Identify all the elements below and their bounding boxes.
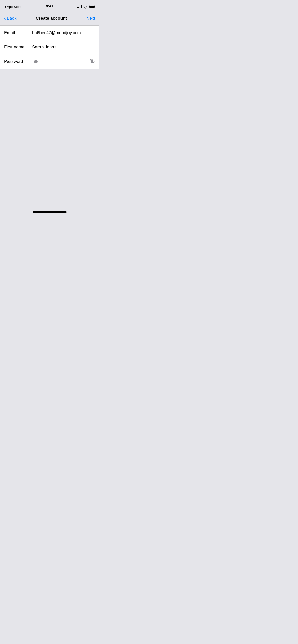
status-bar-left: ◀ App Store	[4, 5, 22, 9]
email-row[interactable]: Email ba6bec47@moodjoy.com	[0, 26, 99, 40]
password-label: Password	[4, 59, 32, 64]
wifi-icon	[83, 5, 87, 8]
email-value: ba6bec47@moodjoy.com	[32, 30, 95, 35]
page-title: Create account	[36, 16, 67, 21]
first-name-row[interactable]: First name Sarah Jonas	[0, 40, 99, 54]
status-time: 9:41	[46, 4, 53, 8]
first-name-value: Sarah Jonas	[32, 45, 95, 50]
form-section: Email ba6bec47@moodjoy.com First name Sa…	[0, 26, 99, 69]
password-row[interactable]: Password	[0, 54, 99, 69]
signal-icon	[77, 5, 82, 8]
back-button[interactable]: ‹ Back	[4, 16, 16, 21]
background-area	[0, 69, 99, 215]
screen: ◀ App Store 9:41	[0, 0, 99, 215]
status-bar: ◀ App Store 9:41	[0, 0, 99, 11]
first-name-label: First name	[4, 45, 32, 50]
password-dot	[34, 60, 38, 63]
home-indicator	[33, 211, 67, 213]
email-label: Email	[4, 30, 32, 35]
status-bar-right	[77, 5, 95, 8]
chevron-left-icon: ‹	[4, 15, 6, 21]
app-store-label: App Store	[7, 5, 22, 9]
back-arrow-icon: ◀	[4, 5, 6, 8]
battery-icon	[89, 5, 95, 8]
nav-bar: ‹ Back Create account Next	[0, 11, 99, 25]
next-button[interactable]: Next	[86, 16, 95, 21]
back-label: Back	[7, 16, 17, 21]
eye-icon[interactable]	[89, 58, 95, 65]
app-store-back: ◀ App Store	[4, 5, 22, 9]
